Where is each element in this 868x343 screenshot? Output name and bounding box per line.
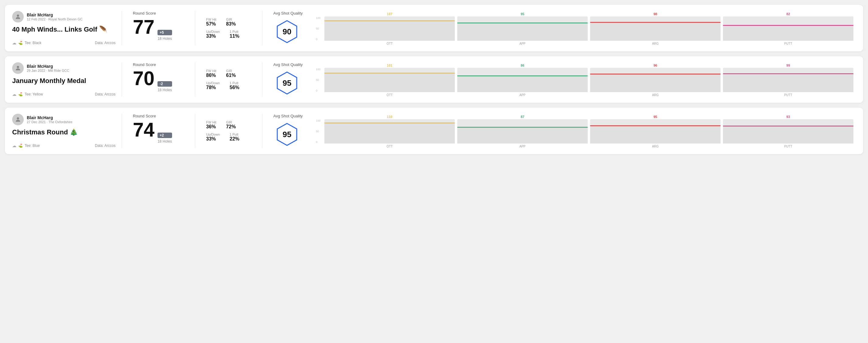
- stats-group-top: FW Hit 86% GIR 61%: [206, 69, 251, 78]
- holes-text: 18 Holes: [157, 36, 172, 41]
- tee-row: ☁ ⛳ Tee: Blue Data: Arccos: [12, 143, 116, 148]
- putt-top-label: 93: [723, 115, 854, 119]
- putt-x-label: PUTT: [723, 93, 854, 97]
- tee-info: ☁ ⛳ Tee: Yellow: [12, 92, 43, 97]
- score-number: 70: [133, 69, 154, 88]
- user-row: Blair McHarg 12 Feb 2022 · Royal North D…: [12, 11, 116, 23]
- flag-icon: ⛳: [18, 144, 23, 148]
- gir-stat: GIR 83%: [226, 18, 236, 27]
- fw-hit-stat: FW Hit 36%: [206, 120, 216, 129]
- user-meta: 27 Dec 2021 · The Oxfordshire: [27, 120, 72, 124]
- quality-label: Avg Shot Quality: [273, 62, 303, 67]
- one-putt-stat: 1 Putt 56%: [229, 81, 239, 90]
- x-labels-row: OTT APP ARG PUTT: [316, 42, 854, 45]
- bar-area: [590, 68, 720, 92]
- bar-area: [590, 17, 720, 41]
- quality-section: Avg Shot Quality 95: [269, 114, 311, 148]
- tee-info: ☁ ⛳ Tee: Blue: [12, 143, 40, 148]
- data-source: Data: Arccos: [95, 41, 116, 45]
- score-row: 74 +2 18 Holes: [133, 120, 184, 144]
- arg-x-label: ARG: [590, 145, 720, 148]
- round-title: Christmas Round 🎄: [12, 128, 116, 136]
- one-putt-value: 11%: [229, 33, 239, 39]
- score-badge-col: +2 18 Holes: [157, 132, 172, 144]
- score-section: Round Score 74 +2 18 Holes: [128, 114, 189, 148]
- stats-group-top: FW Hit 36% GIR 72%: [206, 120, 251, 129]
- up-down-value: 33%: [206, 33, 220, 39]
- divider: [195, 114, 195, 148]
- gir-value: 61%: [226, 73, 236, 78]
- up-down-stat: Up/Down 33%: [206, 30, 220, 39]
- putt-x-label: PUTT: [723, 145, 854, 148]
- quality-section: Avg Shot Quality 90: [269, 11, 311, 45]
- user-info: Blair McHarg 12 Feb 2022 · Royal North D…: [27, 12, 83, 21]
- user-row: Blair McHarg 29 Jan 2022 · Mill Ride GCC: [12, 62, 116, 74]
- up-down-value: 33%: [206, 136, 220, 142]
- quality-section: Avg Shot Quality 95: [269, 62, 311, 97]
- up-down-label: Up/Down: [206, 81, 220, 85]
- one-putt-stat: 1 Putt 11%: [229, 30, 239, 39]
- user-name: Blair McHarg: [27, 115, 72, 120]
- fw-hit-value: 36%: [206, 124, 216, 129]
- x-labels-row: OTT APP ARG PUTT: [316, 93, 854, 97]
- arg-x-label: ARG: [590, 42, 720, 45]
- round-title: 40 Mph Winds... Links Golf 🪶: [12, 26, 116, 33]
- up-down-stat: Up/Down 33%: [206, 132, 220, 142]
- avatar: [12, 114, 24, 125]
- stats-section: FW Hit 36% GIR 72% Up/Down 33% 1 Putt 22…: [201, 114, 256, 148]
- tee-label: Tee: Blue: [25, 144, 40, 148]
- bar-area: [590, 119, 720, 144]
- fw-hit-value: 86%: [206, 73, 216, 78]
- quality-number: 95: [283, 130, 291, 139]
- tee-row: ☁ ⛳ Tee: Yellow Data: Arccos: [12, 92, 116, 97]
- y-label-0: 0: [316, 141, 320, 144]
- up-down-label: Up/Down: [206, 132, 220, 136]
- top-labels-row: 101 86 96 99: [316, 64, 854, 67]
- app-top-label: 87: [457, 115, 588, 119]
- y-label-0: 0: [316, 38, 320, 41]
- data-source: Data: Arccos: [95, 92, 116, 96]
- stats-section: FW Hit 86% GIR 61% Up/Down 78% 1 Putt 56…: [201, 62, 256, 97]
- chart-bars: [324, 68, 854, 92]
- app-x-label: APP: [457, 93, 588, 97]
- one-putt-label: 1 Putt: [229, 81, 239, 85]
- holes-text: 18 Holes: [157, 139, 172, 144]
- stats-group-bottom: Up/Down 33% 1 Putt 22%: [206, 132, 251, 142]
- round-left-section: Blair McHarg 12 Feb 2022 · Royal North D…: [12, 11, 116, 45]
- divider: [122, 62, 122, 97]
- holes-text: 18 Holes: [157, 88, 172, 92]
- bar-area: [324, 119, 455, 144]
- chart-bars: [324, 119, 854, 144]
- y-label-50: 50: [316, 79, 320, 82]
- ott-x-label: OTT: [324, 145, 455, 148]
- one-putt-stat: 1 Putt 22%: [229, 132, 239, 142]
- divider: [262, 11, 262, 45]
- arg-x-label: ARG: [590, 93, 720, 97]
- up-down-stat: Up/Down 78%: [206, 81, 220, 90]
- score-badge-col: +5 18 Holes: [157, 30, 172, 41]
- chart-outer: 100 50 0: [316, 119, 854, 144]
- bar-area: [324, 68, 455, 92]
- avatar: [12, 11, 24, 23]
- gir-label: GIR: [226, 18, 236, 21]
- round-card: Blair McHarg 27 Dec 2021 · The Oxfordshi…: [5, 107, 863, 154]
- putt-top-label: 82: [723, 12, 854, 16]
- score-section: Round Score 70 -2 18 Holes: [128, 62, 189, 97]
- one-putt-label: 1 Putt: [229, 30, 239, 33]
- tee-info: ☁ ⛳ Tee: Black: [12, 40, 41, 45]
- app-top-label: 95: [457, 12, 588, 16]
- hexagon-container: 90: [273, 18, 301, 45]
- round-card: Blair McHarg 12 Feb 2022 · Royal North D…: [5, 5, 863, 52]
- user-name: Blair McHarg: [27, 64, 69, 69]
- bar-area: [723, 17, 854, 41]
- score-diff-badge: -2: [157, 81, 172, 87]
- score-row: 77 +5 18 Holes: [133, 17, 184, 41]
- divider: [122, 11, 122, 45]
- chart-outer: 100 50 0: [316, 68, 854, 92]
- svg-point-4: [17, 117, 19, 120]
- divider: [262, 114, 262, 148]
- score-section-label: Round Score: [133, 11, 184, 15]
- ott-x-label: OTT: [324, 93, 455, 97]
- tee-label: Tee: Black: [25, 41, 41, 45]
- tee-label: Tee: Yellow: [25, 92, 43, 96]
